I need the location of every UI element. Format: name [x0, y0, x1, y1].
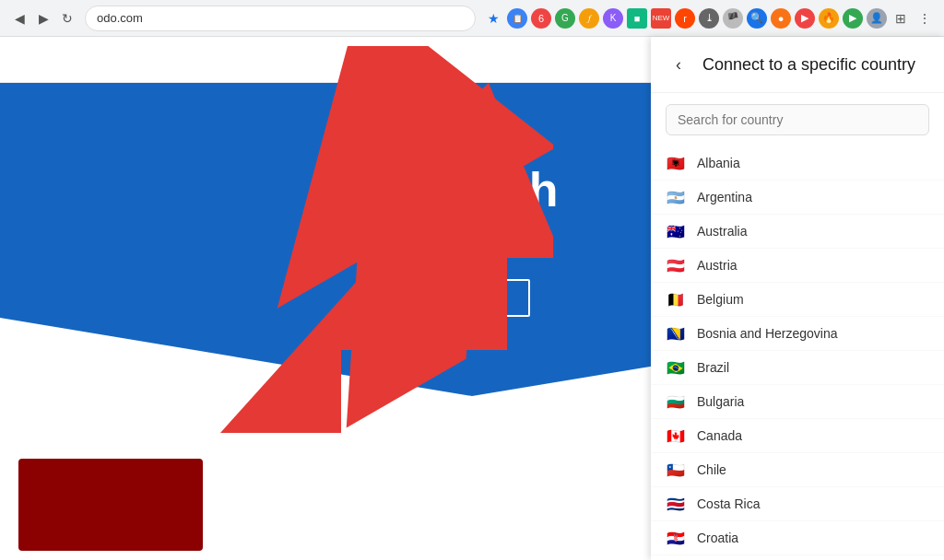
- country-name-label: Australia: [697, 224, 747, 239]
- search-input[interactable]: [666, 104, 929, 135]
- webpage-bottom: [0, 440, 651, 560]
- forward-browser-btn[interactable]: ▶: [33, 8, 53, 29]
- country-flag-icon: 🇦🇹: [666, 258, 686, 273]
- country-flag-icon: 🇭🇷: [666, 531, 686, 545]
- country-list-item[interactable]: 🇨🇾Cyprus: [651, 555, 944, 560]
- country-flag-icon: 🇧🇪: [666, 292, 686, 307]
- vpn-panel: ‹ Connect to a specific country 🇦🇱Albani…: [651, 37, 944, 560]
- vpn-back-button[interactable]: ‹: [666, 52, 691, 77]
- vpn-title: Connect to a specific country: [702, 55, 915, 75]
- ext-orange-icon[interactable]: ●: [771, 8, 791, 29]
- country-name-label: Chile: [697, 462, 726, 477]
- url-bar[interactable]: odo.com: [85, 6, 476, 31]
- refresh-btn[interactable]: ↻: [57, 8, 77, 29]
- browser-chrome: ◀ ▶ ↻ odo.com ★ 📋 6 G 𝑓 K ■ NEW r ⤓ 🏴 🔍 …: [0, 0, 944, 37]
- extensions-icon[interactable]: ⊞: [891, 8, 911, 29]
- country-list-item[interactable]: 🇦🇺Australia: [651, 215, 944, 249]
- hero-title: Hi-Tech: [386, 162, 559, 217]
- browser-right-icons: ★ 📋 6 G 𝑓 K ■ NEW r ⤓ 🏴 🔍 ● ▶ 🔥 ▶ 👤 ⊞ ⋮: [483, 8, 935, 29]
- ext-green-sq-icon[interactable]: ■: [627, 8, 647, 29]
- country-name-label: Argentina: [697, 190, 752, 204]
- country-list: 🇦🇱Albania🇦🇷Argentina🇦🇺Australia🇦🇹Austria…: [651, 146, 944, 560]
- bookmark-star-icon[interactable]: ★: [483, 8, 503, 29]
- back-browser-btn[interactable]: ◀: [9, 8, 30, 29]
- country-flag-icon: 🇦🇱: [666, 156, 686, 170]
- country-name-label: Costa Rica: [697, 496, 760, 511]
- country-flag-icon: 🇦🇺: [666, 224, 686, 239]
- country-flag-icon: 🇧🇦: [666, 326, 686, 341]
- country-list-item[interactable]: 🇦🇷Argentina: [651, 181, 944, 215]
- country-name-label: Brazil: [697, 360, 729, 375]
- hero-button[interactable]: our Articles: [414, 279, 530, 317]
- country-list-item[interactable]: 🇨🇱Chile: [651, 453, 944, 487]
- country-name-label: Bosnia and Herzegovina: [697, 326, 838, 341]
- ext-red-icon[interactable]: 6: [531, 8, 551, 29]
- url-text: odo.com: [97, 11, 143, 25]
- back-chevron-icon: ‹: [676, 55, 681, 75]
- thumb-card-1: [18, 459, 203, 551]
- ext-k-icon[interactable]: K: [603, 8, 623, 29]
- browser-left-icons: ◀ ▶ ↻: [9, 8, 77, 29]
- ext-yt-icon[interactable]: ▶: [795, 8, 815, 29]
- country-flag-icon: 🇦🇷: [666, 190, 686, 204]
- ext-f-icon[interactable]: 𝑓: [579, 8, 599, 29]
- country-name-label: Austria: [697, 258, 738, 273]
- country-list-item[interactable]: 🇦🇱Albania: [651, 146, 944, 181]
- country-flag-icon: 🇨🇷: [666, 496, 686, 511]
- country-list-item[interactable]: 🇨🇷Costa Rica: [651, 487, 944, 521]
- country-name-label: Albania: [697, 156, 740, 170]
- country-flag-icon: 🇨🇱: [666, 462, 686, 477]
- user-avatar[interactable]: 👤: [867, 8, 887, 29]
- country-flag-icon: 🇧🇬: [666, 394, 686, 409]
- ext-tab-icon[interactable]: 📋: [507, 8, 527, 29]
- country-name-label: Belgium: [697, 292, 744, 307]
- country-name-label: Croatia: [697, 531, 738, 545]
- ext-flag-icon[interactable]: 🏴: [723, 8, 743, 29]
- hero-subtitle: Life is... hnology: [406, 232, 539, 253]
- vpn-header: ‹ Connect to a specific country: [651, 37, 944, 93]
- country-list-item[interactable]: 🇧🇪Belgium: [651, 283, 944, 317]
- country-list-item[interactable]: 🇭🇷Croatia: [651, 521, 944, 555]
- country-list-item[interactable]: 🇧🇦Bosnia and Herzegovina: [651, 317, 944, 351]
- ext-new-badge[interactable]: NEW: [651, 8, 671, 29]
- country-list-item[interactable]: 🇦🇹Austria: [651, 249, 944, 283]
- ext-search-icon[interactable]: 🔍: [747, 8, 767, 29]
- country-flag-icon: 🇨🇦: [666, 428, 686, 443]
- ext-reddit-icon[interactable]: r: [675, 8, 695, 29]
- menu-icon[interactable]: ⋮: [914, 8, 935, 29]
- country-name-label: Bulgaria: [697, 394, 744, 409]
- ext-g-icon[interactable]: G: [555, 8, 575, 29]
- ext-arrow-icon[interactable]: ⤓: [699, 8, 719, 29]
- country-list-item[interactable]: 🇨🇦Canada: [651, 419, 944, 453]
- country-list-item[interactable]: 🇧🇬Bulgaria: [651, 385, 944, 419]
- country-flag-icon: 🇧🇷: [666, 360, 686, 375]
- search-box: [666, 104, 929, 135]
- country-name-label: Canada: [697, 428, 742, 443]
- ext-flame-icon[interactable]: 🔥: [819, 8, 839, 29]
- ext-store-icon[interactable]: ▶: [843, 8, 863, 29]
- country-list-item[interactable]: 🇧🇷Brazil: [651, 351, 944, 385]
